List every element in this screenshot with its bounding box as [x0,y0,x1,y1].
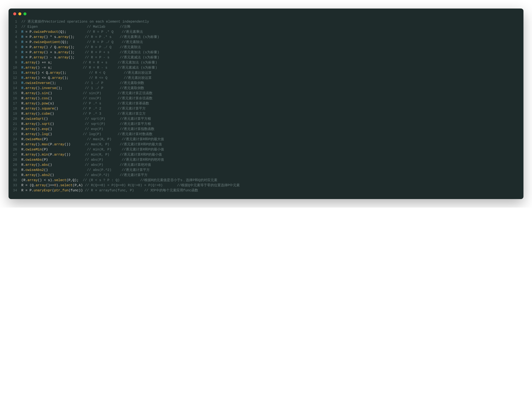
token: (). [36,112,42,116]
code-content: R.array().sin() // sin(P) //逐元素计算正弦函数 [21,91,523,96]
token: log [42,132,48,136]
token: ()) [64,143,85,146]
token: . [23,143,26,146]
code-area[interactable]: 1// 逐元素操作Vectorized operations on each e… [9,18,523,199]
token: array [58,51,68,54]
token: (). [36,122,42,126]
token: array [25,122,36,126]
token: cwiseMax [25,137,42,141]
token: array [25,132,36,136]
token: array [36,183,46,187]
token: // P .^ 2 //逐元素计算平方 [83,107,145,111]
token: // (R < s ? P : Q) //根据R的元素值是否小于s，选择P和Q的… [83,178,217,182]
token: (P. [48,153,54,157]
token: () < s). [38,178,54,182]
code-line: 34R = P.unaryExpr(ptr_fun(func)) // R = … [9,188,523,193]
line-number: 7 [9,50,21,55]
token: () [44,117,85,121]
token: cwiseAbs2 [25,168,44,172]
token: R [21,76,23,80]
line-number: 11 [9,70,21,75]
code-line: 9R.array() += s; // R = R + s //逐元素加法 (s… [9,60,523,65]
line-number: 29 [9,162,21,167]
code-line: 6R = P.array() / Q.array(); // R = P ./ … [9,45,523,50]
code-line: 33R = (Q.array()==0).select(P,A) // R(Q=… [9,183,523,188]
code-line: 18R.array().square() // P .^ 2 //逐元素计算平方 [9,106,523,111]
close-icon[interactable] [13,12,16,15]
token: = (Q. [23,183,36,187]
line-number: 23 [9,132,21,137]
token: R [21,183,23,187]
token: cwiseProduct [34,30,58,34]
token: array [58,46,68,49]
token: (); [68,46,85,49]
token: (). [36,132,42,136]
token: . [23,102,26,106]
token: min [42,153,48,157]
token: R [21,71,23,75]
token: () [48,97,83,100]
token: = P. [23,46,34,49]
token: array [25,91,36,95]
token: // R = P ./ Q //逐元素除法 [85,46,141,49]
token: R [21,30,23,34]
code-content: R.array().min(P.array()) // min(R, P) //… [21,152,523,157]
token: array [25,86,36,90]
token: . [23,61,26,64]
token: // log(P) //逐元素计算对数函数 [83,132,152,136]
code-line: 32(R.array() < s).select(P,Q); // (R < s… [9,178,523,183]
token: R [21,102,23,106]
code-content: R.array().sqrt() // sqrt(P) //逐元素计算平方根 [21,121,523,127]
code-line: 29R.array().abs() // abs(P) //逐元素计算绝对值 [9,162,523,167]
token: R [21,107,23,111]
token: . [23,81,26,85]
token: array [34,35,44,39]
token: () -= s; [36,66,83,70]
code-line: 5R = P.cwiseQuotient(Q); // R = P ./ Q /… [9,40,523,45]
token: R [21,46,23,49]
token: R [21,168,23,172]
token: // R = P + s //逐元素加法 (s为标量) [85,51,159,54]
token: array [28,178,38,182]
token: (). [36,97,42,100]
token: // R <= Q //逐元素比较运算 [89,76,152,80]
token: R [21,86,23,90]
code-content: R.array() < Q.array(); // R < Q //逐元素比较运… [21,70,523,75]
code-content: R.cwiseSqrt() // sqrt(P) //逐元素计算平方根 [21,116,523,121]
line-number: 3 [9,29,21,35]
token: array [25,76,36,80]
code-line: 19R.array().cube() // P .^ 3 //逐元素计算立方 [9,111,523,116]
token: (s) [48,102,83,106]
token: . [23,86,26,90]
token: () < Q. [36,71,50,75]
code-line: 7R = P.array() + s.array(); // R = P + s… [9,50,523,55]
token: // sqrt(P) //逐元素计算平方根 [85,117,151,121]
minimize-icon[interactable] [18,12,21,15]
line-number: 9 [9,60,21,65]
token: ( [52,189,54,192]
token: max [42,143,48,146]
code-content: R.array() <= Q.array(); // R <= Q //逐元素比… [21,75,523,81]
token: . [23,173,26,177]
token: // P .^ 3 //逐元素计算立方 [83,112,145,116]
token: R [21,35,23,39]
line-number: 25 [9,142,21,147]
code-content: R = P.cwiseQuotient(Q); // R = P ./ Q //… [21,40,523,45]
line-number: 33 [9,183,21,188]
code-line: 14R.array().inverse(); // 1 ./ P //逐元素取倒… [9,86,523,91]
token: (); [68,51,85,54]
code-line: 15R.array().sin() // sin(P) //逐元素计算正弦函数 [9,91,523,96]
code-line: 21R.array().sqrt() // sqrt(P) //逐元素计算平方根 [9,121,523,127]
token: R [21,153,23,157]
token: = P. [23,30,34,34]
token: . [23,137,26,141]
token: . [23,71,26,75]
token: // 逐元素操作Vectorized operations on each el… [21,20,149,24]
token: () [50,173,85,177]
token: . [23,91,26,95]
token: . [23,127,26,131]
token: // exp(P) //逐元素计算指数函数 [85,127,154,131]
maximize-icon[interactable] [23,12,27,15]
token: array [34,56,44,59]
token: // R(Q==0) = P(Q==0) R(Q!=0) = P(Q!=0) /… [85,183,240,187]
